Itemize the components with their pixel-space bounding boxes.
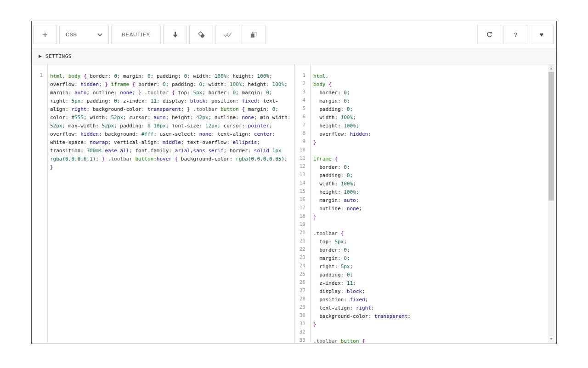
add-button[interactable]: +	[33, 25, 57, 44]
line-number: 13	[294, 172, 310, 180]
settings-label: SETTINGS	[45, 53, 72, 59]
reload-button[interactable]	[477, 25, 501, 44]
code-line	[313, 329, 411, 337]
line-number: 3	[294, 89, 310, 97]
favorite-button[interactable]: ♥	[530, 25, 554, 44]
eraser-icon	[198, 31, 205, 38]
beautify-button[interactable]: BEAUTIFY	[111, 25, 161, 44]
code-line: margin: 0;	[313, 97, 411, 105]
line-number: 26	[294, 279, 310, 288]
code-line: padding: 0;	[313, 172, 411, 180]
input-editor[interactable]: 1 html, body { border: 0; margin: 0; pad…	[32, 64, 294, 343]
line-number: 24	[294, 263, 310, 271]
line-number: 28	[294, 296, 310, 304]
code-line: outline: none;	[313, 205, 411, 213]
code-line: padding: 0;	[313, 271, 411, 279]
line-number: 5	[294, 105, 310, 114]
line-number: 21	[294, 238, 310, 246]
line-number: 1	[32, 72, 47, 80]
code-line: text-align: right;	[313, 304, 411, 312]
line-number: 19	[294, 221, 310, 230]
line-number: 30	[294, 312, 310, 321]
scrollbar-thumb[interactable]	[548, 72, 554, 201]
line-number: 27	[294, 288, 310, 296]
output-code[interactable]: html,body { border: 0; margin: 0; paddin…	[311, 64, 411, 343]
code-line: height: 100%;	[313, 122, 411, 130]
line-number: 32	[294, 329, 310, 337]
line-number: 15	[294, 188, 310, 196]
app-container: + CSS BEAUTIFY	[31, 21, 557, 344]
line-number: 33	[294, 337, 310, 343]
line-number: 12	[294, 163, 310, 172]
code-line: }	[313, 213, 411, 221]
code-line: z-index: 11;	[313, 279, 411, 288]
code-line: width: 100%;	[313, 114, 411, 122]
refresh-icon	[486, 31, 493, 38]
heart-icon: ♥	[540, 31, 543, 38]
output-editor-gutter: 1234567891011121314151617181920212223242…	[294, 64, 311, 343]
copy-icon	[250, 31, 257, 38]
code-line: top: 5px;	[313, 238, 411, 246]
question-mark-icon: ?	[514, 31, 517, 38]
line-number: 29	[294, 304, 310, 312]
line-number: 25	[294, 271, 310, 279]
code-line: border: 0;	[313, 89, 411, 97]
language-select[interactable]: CSS	[59, 25, 109, 44]
help-button[interactable]: ?	[503, 25, 527, 44]
code-line: html,	[313, 72, 411, 80]
code-line: width: 100%;	[313, 180, 411, 188]
toolbar: + CSS BEAUTIFY	[32, 21, 556, 48]
code-line: padding: 0;	[313, 105, 411, 114]
erase-button[interactable]	[189, 25, 213, 44]
line-number: 23	[294, 254, 310, 263]
scrollbar[interactable]: ▲ ▼	[548, 64, 554, 343]
line-number: 2	[294, 80, 310, 89]
settings-toggle[interactable]: ▶ SETTINGS	[32, 48, 556, 64]
code-line: .toolbar {	[313, 230, 411, 238]
code-line: border: 0;	[313, 246, 411, 254]
code-line: overflow: hidden;	[313, 130, 411, 138]
code-line: }	[313, 321, 411, 329]
line-number: 22	[294, 246, 310, 254]
select-all-button[interactable]	[215, 25, 239, 44]
scroll-down-arrow-icon[interactable]: ▼	[548, 335, 554, 342]
code-line: display: block;	[313, 288, 411, 296]
scroll-up-arrow-icon[interactable]: ▲	[548, 65, 554, 72]
chevron-down-icon	[97, 33, 102, 36]
code-line: right: 5px;	[313, 263, 411, 271]
code-line: body {	[313, 80, 411, 89]
code-line: .toolbar button {	[313, 337, 411, 343]
input-code[interactable]: html, body { border: 0; margin: 0; paddi…	[48, 64, 291, 343]
double-check-icon	[223, 32, 232, 38]
input-editor-gutter: 1	[32, 64, 48, 343]
line-number: 20	[294, 230, 310, 238]
line-number: 1	[294, 72, 310, 80]
code-line	[313, 221, 411, 230]
line-number: 14	[294, 180, 310, 188]
copy-button[interactable]	[242, 25, 266, 44]
code-line: margin: 0;	[313, 254, 411, 263]
download-button[interactable]	[163, 25, 187, 44]
code-area: 1 html, body { border: 0; margin: 0; pad…	[32, 64, 556, 343]
line-number: 7	[294, 122, 310, 130]
code-line: margin: auto;	[313, 196, 411, 205]
code-line: }	[313, 138, 411, 147]
output-editor[interactable]: 1234567891011121314151617181920212223242…	[294, 64, 556, 343]
plus-icon: +	[42, 30, 47, 39]
line-number: 6	[294, 114, 310, 122]
right-triangle-icon: ▶	[39, 54, 42, 58]
code-line: iframe {	[313, 155, 411, 163]
line-number: 31	[294, 321, 310, 329]
line-number: 11	[294, 155, 310, 163]
code-line: position: fixed;	[313, 296, 411, 304]
line-number: 16	[294, 196, 310, 205]
line-number: 9	[294, 138, 310, 147]
line-number: 10	[294, 147, 310, 155]
line-number: 17	[294, 205, 310, 213]
code-line: height: 100%;	[313, 188, 411, 196]
download-icon	[172, 31, 178, 38]
code-line: background-color: transparent;	[313, 312, 411, 321]
line-number: 4	[294, 97, 310, 105]
line-number: 18	[294, 213, 310, 221]
code-line	[313, 147, 411, 155]
